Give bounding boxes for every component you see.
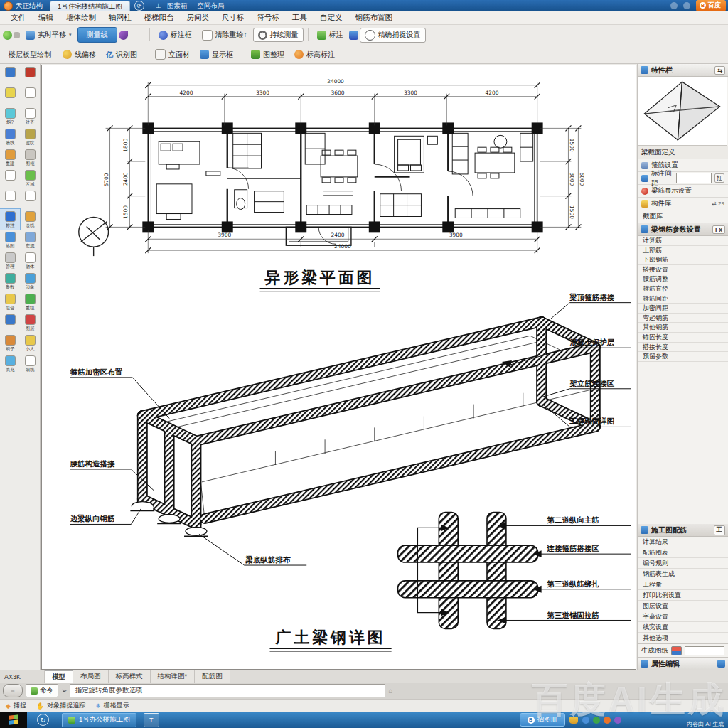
- construction-row[interactable]: 钢筋表生成: [638, 569, 728, 579]
- app-quick-icon[interactable]: [3, 31, 12, 40]
- titlebar-menu-1[interactable]: 图素箱: [167, 1, 188, 11]
- drawing-canvas[interactable]: 24000 4200 3300 3600 3300 4200 5700 1800…: [41, 65, 636, 670]
- toolbox-item[interactable]: [20, 85, 40, 106]
- param-row[interactable]: 箍筋直径: [638, 284, 728, 294]
- construction-row[interactable]: 其他选项: [638, 633, 728, 643]
- line-tool-button[interactable]: —: [129, 30, 145, 41]
- construction-row[interactable]: 字高设置: [638, 611, 728, 622]
- titlebar-menu-2[interactable]: 空间布局: [197, 1, 224, 11]
- tray-basket-icon[interactable]: [569, 717, 578, 724]
- construction-row[interactable]: 编号规则: [638, 558, 728, 569]
- construction-header[interactable]: 施工图配筋 工: [638, 524, 728, 537]
- toolbox-item[interactable]: 对齐: [20, 106, 40, 127]
- annotate-box-button[interactable]: 标注框: [154, 28, 196, 41]
- tray-main-button[interactable]: B 招图册: [520, 713, 566, 727]
- attribute-right-icon[interactable]: [717, 660, 725, 668]
- construction-row[interactable]: 配筋图表: [638, 547, 728, 558]
- menu-item[interactable]: 钢筋布置图: [349, 11, 400, 24]
- param-row[interactable]: 腰筋调整: [638, 274, 728, 284]
- layer-template-label[interactable]: 楼层板型绘制: [3, 50, 57, 60]
- display-button[interactable]: 显示框: [196, 48, 237, 61]
- command-option-icon[interactable]: ⌂: [388, 687, 392, 695]
- taskbar-app-button[interactable]: 1号办公楼施工图: [62, 713, 136, 727]
- command-input[interactable]: [70, 684, 385, 697]
- toolbox-item[interactable]: [0, 168, 20, 188]
- menu-item[interactable]: 楼梯阳台: [138, 11, 181, 24]
- toolbox-item[interactable]: [0, 312, 20, 333]
- row-annotation-spacing[interactable]: 标注间距 扛: [638, 172, 728, 185]
- redraw-button[interactable]: 清除重绘↑: [198, 28, 252, 42]
- show-desktop-icon[interactable]: ↻: [37, 714, 49, 726]
- spacing-button[interactable]: 扛: [714, 173, 724, 183]
- toolbox-item[interactable]: 图框: [20, 147, 40, 168]
- layout-tab[interactable]: 配筋图: [195, 670, 230, 682]
- window-maximize-icon[interactable]: [683, 2, 690, 9]
- tray-icon[interactable]: [582, 717, 589, 724]
- param-row[interactable]: 搭接设置: [638, 265, 728, 275]
- audio-icon[interactable]: [14, 32, 20, 38]
- document-tab[interactable]: 1号住宅楼结构施工图: [50, 1, 130, 12]
- status-toggle[interactable]: ❄ 栅格显示: [95, 701, 129, 710]
- row-rebar-display[interactable]: 梁筋显示设置: [638, 185, 728, 198]
- toolbox-item[interactable]: 标注: [0, 209, 20, 230]
- param-row[interactable]: 搭接长度: [638, 343, 728, 353]
- construction-row[interactable]: 打印比例设置: [638, 590, 728, 601]
- menu-item[interactable]: 自定义: [314, 11, 349, 24]
- menu-item[interactable]: 文件: [4, 11, 32, 24]
- menu-item[interactable]: 符号标: [251, 11, 287, 24]
- continuous-measure-button[interactable]: 持续测量: [253, 28, 304, 42]
- toolbox-item[interactable]: 淡线: [20, 209, 40, 230]
- menu-item[interactable]: 轴网柱: [102, 11, 138, 24]
- construction-row[interactable]: 工程量: [638, 579, 728, 590]
- status-toggle[interactable]: ◆ 捕捉: [6, 701, 26, 710]
- pin-icon[interactable]: ⊥: [156, 2, 161, 9]
- flag-icon[interactable]: [349, 31, 358, 40]
- toolbox-item[interactable]: 斜?: [0, 106, 20, 127]
- start-button[interactable]: [0, 712, 27, 728]
- status-toggle[interactable]: ✋ 对象捕捉追踪: [36, 701, 85, 710]
- toolbox-item[interactable]: 小人: [20, 333, 40, 353]
- construction-row[interactable]: 图层设置: [638, 601, 728, 611]
- param-row[interactable]: 上部筋: [638, 246, 728, 256]
- panel-collapse-button[interactable]: ⇆: [714, 66, 725, 75]
- rebar-params-header[interactable]: 梁钢筋参数设置 Fx: [638, 223, 728, 236]
- toolbox-item[interactable]: [0, 188, 20, 209]
- param-row[interactable]: 弯起钢筋: [638, 314, 728, 323]
- param-row[interactable]: 其他钢筋: [638, 323, 728, 333]
- toolbox-item[interactable]: 管理: [0, 250, 20, 271]
- toolbox-item[interactable]: 宏观: [20, 230, 40, 250]
- construction-row[interactable]: 计算结果: [638, 537, 728, 547]
- menu-item[interactable]: 墙体绘制: [60, 11, 102, 24]
- toolbox-item[interactable]: 物体: [20, 250, 40, 271]
- menu-item[interactable]: 编辑: [32, 11, 60, 24]
- param-row[interactable]: 锚固长度: [638, 333, 728, 343]
- window-minimize-icon[interactable]: [670, 2, 678, 9]
- menu-item[interactable]: 工具: [286, 11, 314, 24]
- command-history-button[interactable]: ≡: [3, 684, 23, 697]
- tag-button[interactable]: 标注: [313, 28, 348, 41]
- toolbox-item[interactable]: 印象: [20, 271, 40, 291]
- pan-button[interactable]: 实时平移▾: [21, 28, 76, 41]
- toolbox-item[interactable]: 参数: [0, 271, 20, 291]
- toolbox-item[interactable]: 填充: [0, 353, 20, 374]
- param-row[interactable]: 计算筋: [638, 236, 728, 246]
- toolbox-item[interactable]: [0, 85, 20, 106]
- offset-button[interactable]: 线偏移: [58, 48, 100, 61]
- layout-tab[interactable]: 结构详图*: [151, 670, 196, 682]
- tray-icon[interactable]: [604, 717, 611, 724]
- command-chip[interactable]: 命令: [26, 684, 58, 697]
- level-button[interactable]: 标高标注: [290, 48, 339, 61]
- refresh-icon[interactable]: ⟳: [134, 1, 144, 11]
- menu-item[interactable]: 房间类: [181, 11, 216, 24]
- toolbox-item[interactable]: [0, 65, 20, 85]
- toolbox-item[interactable]: 组合: [0, 291, 20, 312]
- toolbox-item[interactable]: 重组: [20, 291, 40, 312]
- snap-settings-button[interactable]: 精确捕捉设置: [360, 28, 426, 43]
- generate-field[interactable]: [685, 646, 724, 655]
- toolbox-item[interactable]: 细线: [20, 353, 40, 374]
- param-row[interactable]: 加密间距: [638, 304, 728, 314]
- row-section-definition[interactable]: 梁截面定义: [638, 146, 728, 159]
- elevation-button[interactable]: 立面材: [151, 48, 194, 61]
- spacing-input[interactable]: [676, 173, 712, 183]
- measure-line-button[interactable]: 测量线: [77, 27, 117, 43]
